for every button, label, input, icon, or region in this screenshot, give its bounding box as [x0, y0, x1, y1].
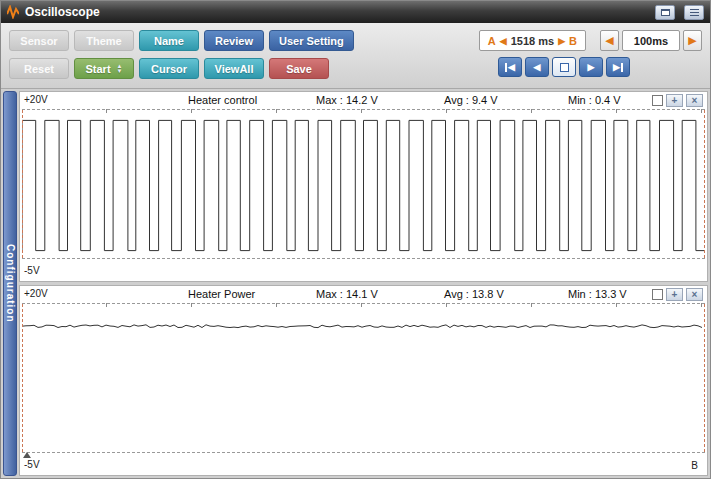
panel1-checkbox[interactable]: [652, 95, 663, 106]
heater-control-waveform: [22, 110, 705, 258]
panel1-plot-area: [22, 109, 705, 259]
panel2-voltage-bottom: -5V: [24, 459, 40, 470]
chart-region: Configuration +20V Heater control Max : …: [1, 89, 710, 478]
panel1-cursor-b-line[interactable]: [704, 110, 705, 258]
right-triangle-icon: ▶: [613, 62, 620, 72]
title-bar: Oscilloscope: [1, 1, 710, 23]
step-back-button[interactable]: ◀: [525, 57, 549, 77]
panel1-voltage-bottom: -5V: [24, 265, 40, 276]
timebase-group: ◀ 100ms ▶: [600, 30, 702, 51]
toolbar-button-grid: Sensor Theme Name Review User Setting Re…: [9, 30, 354, 82]
minimize-icon: [690, 9, 699, 16]
skip-to-start-button[interactable]: ◀: [498, 57, 522, 77]
panel1-voltage-top: +20V: [24, 94, 48, 105]
plus-icon: +: [672, 290, 678, 300]
panel2-checkbox[interactable]: [652, 289, 663, 300]
restore-icon: [661, 9, 670, 16]
heater-control-panel: +20V Heater control Max : 14.2 V Avg : 9…: [19, 91, 708, 282]
plus-icon: +: [672, 96, 678, 106]
panel2-plot-area: [22, 303, 705, 453]
cursor-span-display: A ◀ 1518 ms ▶ B: [479, 30, 586, 51]
panel1-cursor-a-line[interactable]: [22, 110, 23, 258]
panel2-zoom-button[interactable]: +: [666, 288, 683, 301]
configuration-tab-label: Configuration: [5, 244, 16, 323]
viewall-button[interactable]: ViewAll: [204, 58, 264, 79]
panel1-avg-value: Avg : 9.4 V: [444, 94, 498, 106]
stop-button[interactable]: [552, 57, 576, 77]
play-button[interactable]: ▶: [579, 57, 603, 77]
reset-button[interactable]: Reset: [9, 58, 69, 79]
bar-icon: [621, 63, 623, 72]
span-left-triangle-icon[interactable]: ◀: [500, 36, 507, 46]
time-controls: A ◀ 1518 ms ▶ B ◀ 100ms ▶ ◀ ◀ ▶: [479, 30, 702, 82]
window-title: Oscilloscope: [25, 5, 646, 19]
skip-to-end-button[interactable]: ▶: [606, 57, 630, 77]
panel2-controls: + ×: [652, 288, 703, 301]
cursor-span-value: 1518 ms: [511, 35, 554, 47]
channel-panels: +20V Heater control Max : 14.2 V Avg : 9…: [19, 91, 708, 476]
timebase-value[interactable]: 100ms: [622, 30, 680, 51]
panel1-zoom-button[interactable]: +: [666, 94, 683, 107]
theme-button[interactable]: Theme: [74, 30, 134, 51]
toolbar-row-2: Reset Start ▲ ▼ Cursor ViewAll Save: [9, 58, 354, 79]
left-triangle-icon: ◀: [605, 34, 613, 47]
left-triangle-icon: ◀: [534, 62, 541, 72]
toolbar: Sensor Theme Name Review User Setting Re…: [1, 23, 710, 89]
app-waveform-icon: [7, 5, 19, 19]
restore-window-button[interactable]: [655, 5, 675, 20]
timebase-increase-button[interactable]: ▶: [683, 30, 702, 51]
review-button[interactable]: Review: [204, 30, 264, 51]
panel1-max-value: Max : 14.2 V: [316, 94, 378, 106]
panel2-cursor-b-line[interactable]: [704, 304, 705, 452]
left-triangle-icon: ◀: [508, 62, 515, 72]
heater-power-panel: +20V Heater Power Max : 14.1 V Avg : 13.…: [19, 285, 708, 476]
bar-icon: [505, 63, 507, 72]
toolbar-row-1: Sensor Theme Name Review User Setting: [9, 30, 354, 51]
close-icon: ×: [692, 290, 698, 300]
panel2-signal-name: Heater Power: [188, 288, 255, 300]
start-button-label: Start: [85, 63, 110, 75]
span-right-triangle-icon[interactable]: ▶: [558, 36, 565, 46]
user-setting-button[interactable]: User Setting: [269, 30, 354, 51]
panel1-signal-name: Heater control: [188, 94, 257, 106]
cursor-button[interactable]: Cursor: [139, 58, 199, 79]
panel1-close-button[interactable]: ×: [686, 94, 703, 107]
configuration-tab[interactable]: Configuration: [3, 91, 17, 476]
right-triangle-icon: ▶: [688, 34, 696, 47]
panel2-avg-value: Avg : 13.8 V: [444, 288, 504, 300]
close-icon: ×: [692, 96, 698, 106]
panel2-cursor-a-line[interactable]: [22, 304, 23, 452]
timebase-decrease-button[interactable]: ◀: [600, 30, 619, 51]
play-icon: ▶: [588, 62, 595, 72]
panel2-min-value: Min : 13.3 V: [568, 288, 627, 300]
name-button[interactable]: Name: [139, 30, 199, 51]
oscilloscope-window: Oscilloscope Sensor Theme Name Review Us…: [0, 0, 711, 479]
panel2-voltage-top: +20V: [24, 288, 48, 299]
cursor-a-marker[interactable]: [23, 452, 31, 458]
spinner-down-icon[interactable]: ▼: [117, 69, 123, 74]
playback-controls: ◀ ◀ ▶ ▶: [498, 57, 630, 77]
time-controls-row-1: A ◀ 1518 ms ▶ B ◀ 100ms ▶: [479, 30, 702, 51]
panel1-controls: + ×: [652, 94, 703, 107]
start-button[interactable]: Start ▲ ▼: [74, 58, 134, 79]
panel1-min-value: Min : 0.4 V: [568, 94, 621, 106]
start-spinner-icon[interactable]: ▲ ▼: [117, 64, 123, 74]
stop-icon: [560, 63, 569, 72]
minimize-window-button[interactable]: [684, 5, 704, 20]
cursor-a-label: A: [488, 35, 496, 47]
save-button[interactable]: Save: [269, 58, 329, 79]
time-controls-row-2: ◀ ◀ ▶ ▶: [498, 57, 702, 77]
panel2-close-button[interactable]: ×: [686, 288, 703, 301]
cursor-b-marker-label[interactable]: B: [691, 460, 698, 471]
panel2-max-value: Max : 14.1 V: [316, 288, 378, 300]
heater-power-waveform: [22, 304, 705, 452]
sensor-button[interactable]: Sensor: [9, 30, 69, 51]
cursor-b-label: B: [569, 35, 577, 47]
